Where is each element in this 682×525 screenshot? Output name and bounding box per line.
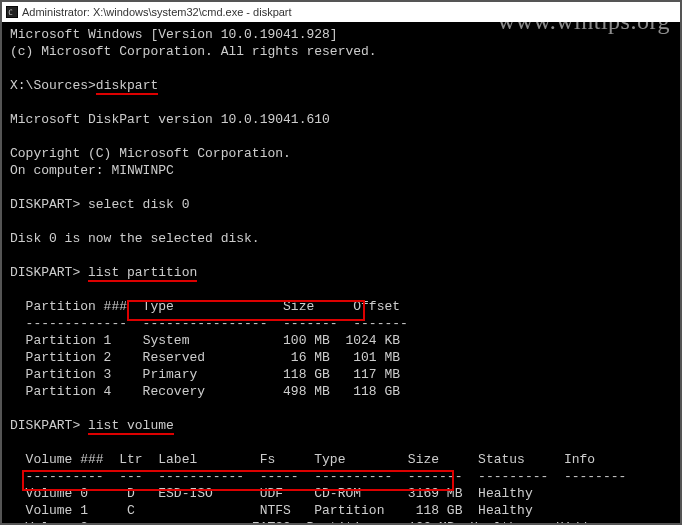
line-copyright1: (c) Microsoft Corporation. All rights re… — [10, 44, 377, 59]
part-row-1c: 1024 KB — [330, 333, 400, 348]
terminal-output[interactable]: Microsoft Windows [Version 10.0.19041.92… — [2, 22, 680, 525]
svg-text:C: C — [8, 8, 13, 17]
vol-row-2a — [10, 520, 26, 525]
msg-selected: Disk 0 is now the selected disk. — [10, 231, 260, 246]
titlebar: C Administrator: X:\windows\system32\cmd… — [2, 2, 680, 22]
cmd-list-volume: list volume — [88, 418, 174, 435]
cmd-select-disk: select disk 0 — [88, 197, 189, 212]
line-winver: Microsoft Windows [Version 10.0.19041.92… — [10, 27, 338, 42]
vol-header: Volume ### Ltr Label Fs Type Size Status… — [10, 452, 595, 467]
line-dpver: Microsoft DiskPart version 10.0.19041.61… — [10, 112, 330, 127]
part-sep: ------------- ---------------- ------- -… — [10, 316, 408, 331]
cmd-diskpart: diskpart — [96, 78, 158, 95]
vol-row-2d: Healthy Hidden — [455, 520, 603, 525]
vol-row-1: Volume 1 C NTFS Partition 118 GB Healthy — [10, 503, 533, 518]
vol-row-0: Volume 0 D ESD-ISO UDF CD-ROM 3169 MB He… — [10, 486, 533, 501]
prompt-sources: X:\Sources> — [10, 78, 96, 93]
part-header: Partition ### Type Size Offset — [10, 299, 400, 314]
dp-prompt: DISKPART> — [10, 197, 88, 212]
part-row-1b: System 100 MB — [143, 333, 330, 348]
cmd-icon: C — [6, 6, 18, 18]
line-copyright2: Copyright (C) Microsoft Corporation. — [10, 146, 291, 161]
part-row-1a: Partition 1 — [10, 333, 143, 348]
titlebar-text: Administrator: X:\windows\system32\cmd.e… — [22, 6, 292, 18]
part-row-4: Partition 4 Recovery 498 MB 118 GB — [10, 384, 400, 399]
part-row-3: Partition 3 Primary 118 GB 117 MB — [10, 367, 400, 382]
cmd-list-partition: list partition — [88, 265, 197, 282]
line-oncomputer: On computer: MINWINPC — [10, 163, 174, 178]
vol-row-2c: FAT32 Partition 100 MB — [158, 520, 454, 525]
cmd-window: C Administrator: X:\windows\system32\cmd… — [0, 0, 682, 525]
dp-prompt: DISKPART> — [10, 418, 88, 433]
part-row-2: Partition 2 Reserved 16 MB 101 MB — [10, 350, 400, 365]
dp-prompt: DISKPART> — [10, 265, 88, 280]
vol-sep: ---------- --- ----------- ----- -------… — [10, 469, 626, 484]
vol-row-2b: Volume 2 — [26, 520, 159, 525]
